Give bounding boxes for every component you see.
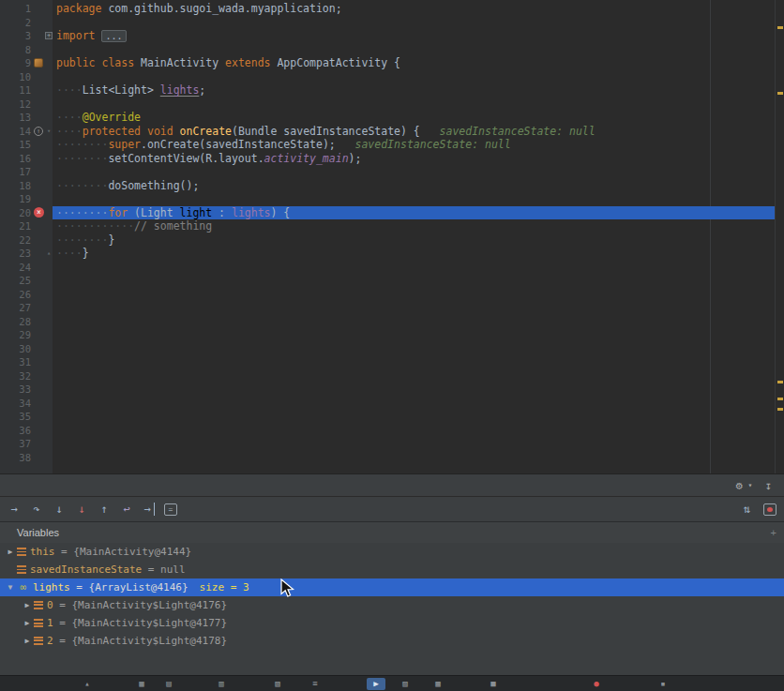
gutter-icon-slot[interactable] (34, 152, 45, 166)
toolwindow-button-6[interactable]: ≡ (308, 678, 323, 690)
code-text[interactable] (53, 437, 775, 451)
toolwindow-button-2[interactable]: ▦ (134, 678, 149, 690)
line-number[interactable]: 32 (0, 369, 34, 383)
line-number[interactable]: 28 (0, 315, 34, 329)
code-text[interactable]: ············// something (53, 219, 775, 233)
code-line-31[interactable]: 31 (0, 355, 775, 369)
line-number[interactable]: 9 (0, 56, 34, 70)
line-number[interactable]: 18 (0, 179, 34, 193)
fold-marker[interactable] (45, 397, 53, 411)
code-text[interactable]: ····@Override (53, 111, 775, 125)
code-line-3[interactable]: 3+import ... (0, 29, 775, 43)
gutter-icon-slot[interactable] (34, 315, 45, 329)
toolwindow-button-4[interactable]: ▥ (214, 678, 229, 690)
fold-marker[interactable] (45, 369, 53, 383)
fold-marker[interactable] (45, 355, 53, 369)
gutter-icon-slot[interactable] (34, 247, 45, 261)
line-number[interactable]: 35 (0, 410, 34, 424)
override-method-icon[interactable]: ↑ (34, 127, 43, 136)
line-number[interactable]: 21 (0, 219, 34, 233)
line-number[interactable]: 2 (0, 16, 34, 30)
variable-row-this[interactable]: ▶this = {MainActivity@4144} (0, 543, 784, 561)
code-line-34[interactable]: 34 (0, 397, 775, 411)
code-line-37[interactable]: 37 (0, 437, 775, 451)
fold-marker[interactable] (45, 342, 53, 356)
fold-marker[interactable] (45, 98, 53, 112)
stripe-mark[interactable] (777, 408, 783, 411)
force-step-into-icon[interactable]: ↓ (75, 503, 88, 516)
restore-layout-icon[interactable]: ⇅ (740, 503, 753, 516)
gutter-icon-slot[interactable] (34, 16, 45, 30)
fold-marker[interactable]: + (45, 29, 53, 43)
line-number[interactable]: 38 (0, 451, 34, 465)
gutter-icon-slot[interactable] (34, 56, 45, 70)
code-line-36[interactable]: 36 (0, 424, 775, 438)
line-number[interactable]: 20 (0, 206, 34, 220)
code-text[interactable]: ····protected void onCreate(Bundle saved… (53, 125, 775, 139)
toolwindow-button-8[interactable]: ▩ (430, 678, 445, 690)
fold-marker[interactable] (45, 410, 53, 424)
line-number[interactable]: 26 (0, 288, 34, 302)
code-text[interactable] (53, 410, 775, 424)
stripe-mark[interactable] (777, 26, 783, 29)
code-line-38[interactable]: 38 (0, 451, 775, 465)
fold-marker[interactable] (45, 424, 53, 438)
code-text[interactable] (53, 70, 775, 84)
gutter-icon-slot[interactable]: ↑ (34, 125, 45, 139)
gutter-icon-slot[interactable] (34, 397, 45, 411)
line-number[interactable]: 23 (0, 247, 34, 261)
code-line-2[interactable]: 2 (0, 16, 775, 30)
code-line-19[interactable]: 19 (0, 192, 775, 206)
fold-marker[interactable] (45, 56, 53, 70)
fold-marker[interactable] (45, 16, 53, 30)
code-line-14[interactable]: 14↑▾····protected void onCreate(Bundle s… (0, 125, 775, 139)
code-line-16[interactable]: 16········setContentView(R.layout.activi… (0, 152, 775, 166)
fold-marker[interactable] (45, 152, 53, 166)
code-text[interactable] (53, 328, 775, 342)
variables-tree[interactable]: ▶this = {MainActivity@4144}savedInstance… (0, 543, 784, 675)
step-over-icon[interactable]: ↷ (30, 503, 43, 516)
gutter-icon-slot[interactable] (34, 355, 45, 369)
code-text[interactable] (53, 16, 775, 30)
code-text[interactable] (53, 315, 775, 329)
fold-marker[interactable] (45, 219, 53, 233)
gutter-icon-slot[interactable] (34, 165, 45, 179)
code-line-1[interactable]: 1package com.github.sugoi_wada.myapplica… (0, 2, 775, 16)
code-text[interactable] (53, 43, 775, 57)
line-number[interactable]: 8 (0, 43, 34, 57)
code-text[interactable]: ········super.onCreate(savedInstanceStat… (53, 138, 775, 152)
code-text[interactable] (53, 274, 775, 288)
fold-marker[interactable] (45, 451, 53, 465)
gutter-icon-slot[interactable] (34, 179, 45, 193)
code-line-25[interactable]: 25 (0, 274, 775, 288)
error-stripe[interactable] (775, 0, 784, 473)
gear-dropdown-icon[interactable]: ▾ (747, 479, 753, 492)
fold-marker[interactable] (45, 192, 53, 206)
code-text[interactable]: ····} (53, 247, 775, 261)
gutter-icon-slot[interactable] (34, 219, 45, 233)
code-text[interactable] (53, 192, 775, 206)
code-line-11[interactable]: 11····List<Light> lights; (0, 83, 775, 98)
code-text[interactable]: import ... (53, 29, 775, 43)
line-number[interactable]: 16 (0, 152, 34, 166)
line-number[interactable]: 37 (0, 437, 34, 451)
hide-panel-icon[interactable]: ↧ (761, 479, 775, 492)
fold-marker[interactable] (45, 179, 53, 193)
toolwindow-button-9[interactable]: ■ (486, 678, 501, 690)
new-watch-icon[interactable]: + (771, 527, 776, 538)
fold-marker[interactable] (45, 288, 53, 302)
line-number[interactable]: 10 (0, 70, 34, 84)
line-number[interactable]: 3 (0, 29, 34, 43)
variable-row-1[interactable]: ▶1 = {MainActivity$Light@4177} (0, 614, 784, 632)
code-line-10[interactable]: 10 (0, 70, 775, 84)
gutter-icon-slot[interactable] (34, 301, 45, 315)
gutter-icon-slot[interactable] (34, 383, 45, 397)
code-line-30[interactable]: 30 (0, 342, 775, 356)
line-number[interactable]: 11 (0, 83, 34, 98)
code-text[interactable] (53, 383, 775, 397)
toolwindow-button-debug[interactable]: ▶ (367, 678, 385, 690)
line-number[interactable]: 19 (0, 192, 34, 206)
fold-marker[interactable] (45, 315, 53, 329)
line-number[interactable]: 36 (0, 424, 34, 438)
toolwindow-button-5[interactable]: ▧ (270, 678, 285, 690)
